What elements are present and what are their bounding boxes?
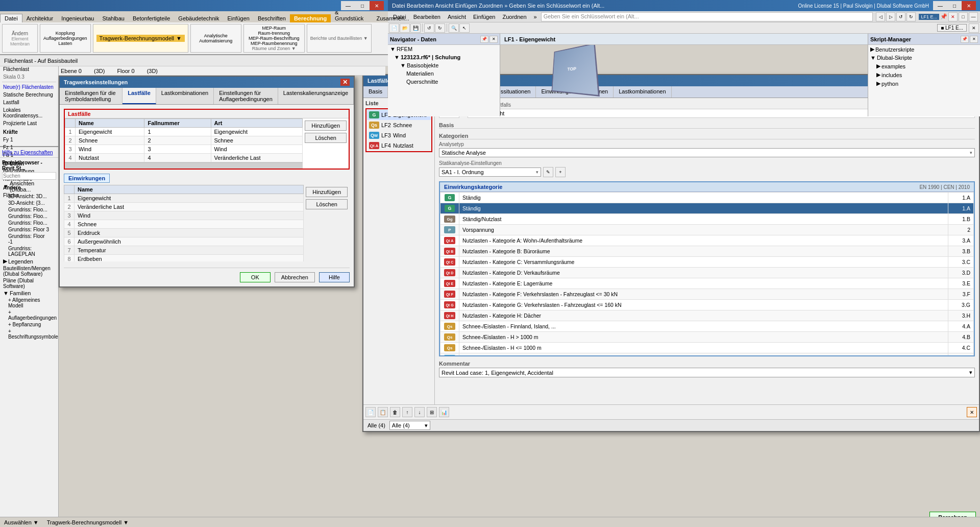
lf-tb-red-x-btn[interactable]: ✕ <box>967 407 977 417</box>
tree-legenden[interactable]: ▶Legenden <box>2 257 56 265</box>
lf-tab-lastkombinationen[interactable]: Lastkombinationen <box>614 86 671 98</box>
tab-architektur[interactable]: Architektur <box>22 14 58 22</box>
lf-list-item-lf4[interactable]: Qt A LF4 Nutzlast <box>367 140 431 151</box>
lastfalle-hinzufuegen-btn[interactable]: Hinzufügen <box>305 121 347 131</box>
lastfalle-row-3[interactable]: 3 Wind 3 Wind <box>65 145 303 154</box>
rfem-close-btn[interactable]: ✕ <box>962 1 976 10</box>
rfem-toolbar-btn-3[interactable]: ↺ <box>896 12 905 21</box>
lastfalle-loschen-btn[interactable]: Löschen <box>305 133 347 143</box>
lf-tab-basis[interactable]: Basis <box>363 86 388 98</box>
kat-row-qtg[interactable]: Qt G Nutzlasten - Kategorie G: Verkehrsl… <box>440 300 974 310</box>
lf-statikanalyse-edit-btn[interactable]: ✎ <box>543 167 553 177</box>
einw-row-1[interactable]: 1Eigengewicht <box>64 194 304 203</box>
lf-tb-merge-btn[interactable]: ⊞ <box>427 407 437 417</box>
lastfalle-hscroll[interactable] <box>65 162 303 169</box>
einwirkungen-loschen-btn[interactable]: Löschen <box>306 199 348 209</box>
tab-datei[interactable]: Datei <box>0 14 22 22</box>
tab-lastenskalierung[interactable]: Lastenskalierungsanzeige <box>278 88 354 104</box>
lf-tb-new-btn[interactable]: 📄 <box>365 407 376 417</box>
revit-minimize-btn[interactable]: — <box>341 1 355 10</box>
tree-bepflanzung[interactable]: + Bepflanzung <box>2 321 56 328</box>
dialog-hilfe-btn[interactable]: Hilfe <box>319 272 350 282</box>
kat-row-qtb[interactable]: Qt B Nutzlasten - Kategorie B: Büroräume… <box>440 246 974 257</box>
project-search-input[interactable] <box>2 172 56 180</box>
navigator-close-btn[interactable]: ✕ <box>489 36 498 43</box>
kat-row-qth[interactable]: Qt H Nutzlasten - Kategorie H: Dächer 3.… <box>440 310 974 321</box>
einw-row-6[interactable]: 6Außergewöhnlich <box>64 237 304 246</box>
lastfalle-row-4[interactable]: 4 Nutzlast 4 Veränderliche Last <box>65 154 303 162</box>
rfem-menu-zuordnen[interactable]: Zuordnen <box>499 13 529 21</box>
lastfalle-row-1[interactable]: 1 Eigengewicht 1 Eigengewicht <box>65 128 303 136</box>
einw-row-7[interactable]: 7Temperatur <box>64 246 304 255</box>
lf-list-item-lf2[interactable]: Qs LF2 Schnee <box>367 120 431 130</box>
tab-lastfalle[interactable]: Lastfälle <box>122 88 156 104</box>
tree-familien[interactable]: ▼Familien <box>2 290 56 297</box>
rfem-search-box[interactable]: Geben Sie ein Schlüsselwort ein (Alt... <box>541 12 873 21</box>
script-close-btn[interactable]: ✕ <box>970 36 978 43</box>
kommentar-dropdown[interactable]: Revit Load case: 1, Eigengewicht, Accide… <box>439 368 975 377</box>
lf-list-item-lf3[interactable]: Qw LF3 Wind <box>367 130 431 140</box>
rfem-tb2-btn-zoom[interactable]: 🔍 <box>449 23 459 33</box>
tab-berechnung[interactable]: Berechnung <box>290 14 331 22</box>
tree-beschriftungssymbole[interactable]: + Beschriftungssymbole <box>2 328 56 340</box>
tree-3d-2[interactable]: 3D-Ansicht: {3... <box>2 200 56 206</box>
rfem-toolbar-btn-4[interactable]: ↻ <box>906 12 916 21</box>
tree-grundriss-2[interactable]: Grundriss: Floo... <box>2 213 56 220</box>
lf-statikanalyse-add-btn[interactable]: + <box>555 167 566 177</box>
kat-row-qte[interactable]: Qt E Nutzlasten - Kategorie E: Lagerräum… <box>440 278 974 289</box>
rfem-menu-ansicht[interactable]: Ansicht <box>445 13 469 21</box>
tree-bauteillisten[interactable]: Bauteillisten/Mengen (Dlubal Software) <box>2 265 56 277</box>
lastfalle-row-2[interactable]: 2 Schnee 2 Schnee <box>65 136 303 145</box>
kat-row-qs-1000minus[interactable]: Qs Schnee-/Eislasten - H <= 1000 m 4.C <box>440 343 974 353</box>
kat-row-standig-nutzlast[interactable]: Gg Ständig/Nutzlast 1.B <box>440 214 974 225</box>
nav-materialien-item[interactable]: Materialien <box>388 69 500 78</box>
script-python-item[interactable]: ▶python <box>868 79 980 88</box>
lf-tb-up-btn[interactable]: ↑ <box>402 407 412 417</box>
lf-alle-dropdown[interactable]: Alle (4) ▾ <box>389 421 430 430</box>
rfem-win-btn-min[interactable]: — <box>969 12 978 21</box>
rfem-tb2-lf1-btn[interactable]: ■ LF1 E... <box>937 24 967 32</box>
dialog-abbrechen-btn[interactable]: Abbrechen <box>275 272 315 282</box>
rfem-maximize-btn[interactable]: □ <box>947 1 962 10</box>
rfem-menu-more[interactable]: » <box>531 13 540 21</box>
tab-betonfertigteile[interactable]: Betonfertigteile <box>129 14 174 22</box>
tab-symboldarstellung[interactable]: Einstellungen für die Symboldarstellung <box>60 88 122 104</box>
revit-maximize-btn[interactable]: □ <box>355 1 370 10</box>
rfem-menu-bearbeiten[interactable]: Bearbeiten <box>410 13 444 21</box>
tree-grundriss-lageplan[interactable]: Grundriss: LAGEPLAN <box>2 245 56 257</box>
einw-row-5[interactable]: 5Erddruck <box>64 229 304 237</box>
nav-rfem-item[interactable]: ▼ RFEM <box>388 45 500 53</box>
einw-row-4[interactable]: 4Schnee <box>64 220 304 229</box>
tree-ansichten[interactable]: ▼Ansichten (Dluba... <box>2 180 56 193</box>
kat-row-vorspannung[interactable]: P Vorspannung 2 <box>440 225 974 235</box>
hilfe-anchor[interactable]: Hilfe zu Eigenschaften <box>2 150 53 155</box>
rfem-win-btn-max[interactable]: □ <box>959 12 968 21</box>
einw-row-2[interactable]: 2Veränderliche Last <box>64 203 304 211</box>
rfem-tb2-btn-select[interactable]: ↖ <box>459 23 470 33</box>
script-benutzerskripte-item[interactable]: ▶Benutzerskripte <box>868 45 980 54</box>
kat-row-standig2[interactable]: G Ständig 1.A <box>440 203 974 214</box>
lf-tb-chart-btn[interactable]: 📊 <box>439 407 449 417</box>
tragwerk-btn[interactable]: Tragwerk-Berechnungsmodell ▼ <box>96 35 185 42</box>
kat-row-qs-1000plus[interactable]: Qs Schnee-/Eislasten - H > 1000 m 4.B <box>440 332 974 343</box>
kat-row-qtc[interactable]: Qt C Nutzlasten - Kategorie C: Versammlu… <box>440 257 974 268</box>
rfem-toolbar-btn-1[interactable]: ◁ <box>876 12 885 21</box>
dialog-tragwerk-close-btn[interactable]: ✕ <box>340 79 350 86</box>
tree-3d-1[interactable]: 3D-Ansicht: 3D... <box>2 193 56 200</box>
props-neue-flachenlasten[interactable]: Neue(r) Flächenlasten <box>2 83 56 91</box>
kat-row-standig1[interactable]: G Ständig 1.A <box>440 193 974 203</box>
einw-row-8[interactable]: 8Erdbeben <box>64 255 304 262</box>
view-cube[interactable]: TOP <box>552 43 600 97</box>
tree-auflagerbedingungen[interactable]: + Auflagerbedingungen <box>2 309 56 321</box>
tab-gebaudetechnik[interactable]: Gebäudetechnik <box>174 14 223 22</box>
tab-zusammen[interactable]: Zusammen... <box>373 14 413 22</box>
dialog-ok-btn[interactable]: OK <box>240 272 271 282</box>
lf-tb-copy-btn[interactable]: 📋 <box>378 407 388 417</box>
navigator-pin-btn[interactable]: 📌 <box>480 36 488 43</box>
rfem-tb2-btn-open[interactable]: 📂 <box>400 23 410 33</box>
einwirkungen-hinzufuegen-btn[interactable]: Hinzufügen <box>306 187 348 197</box>
kat-row-wind[interactable]: Qw Wind 5 <box>440 353 974 356</box>
lf-statikanalyse-dropdown[interactable]: SA1 - I. Ordnung ▾ <box>439 167 541 177</box>
rfem-toolbar-btn-2[interactable]: ▷ <box>886 12 895 21</box>
rfem-minimize-btn[interactable]: — <box>933 1 947 10</box>
